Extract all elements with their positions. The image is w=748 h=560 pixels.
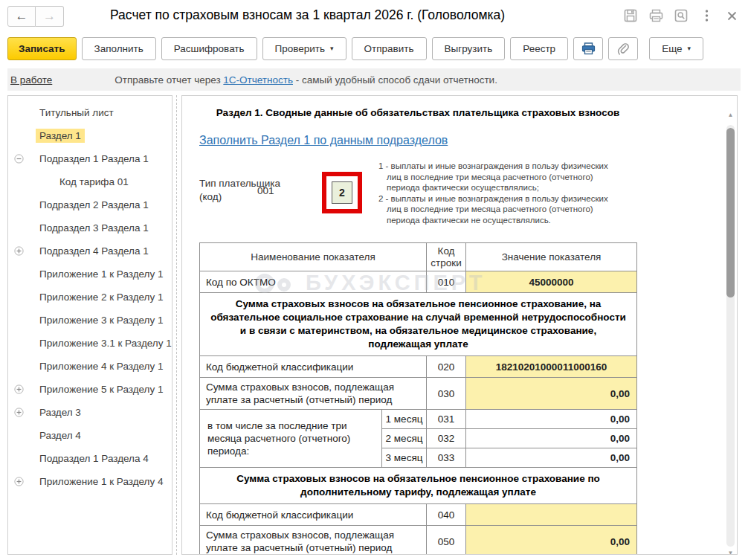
expand-icon[interactable]: [14, 477, 24, 486]
sidebar-item-label: Подраздел 2 Раздела 1: [36, 198, 152, 212]
body: Титульный листРаздел 1Подраздел 1 Раздел…: [0, 95, 748, 556]
chevron-down-icon: ▾: [330, 45, 334, 52]
printer-icon: [581, 42, 596, 55]
sidebar-item-label: Приложение 5 к Разделу 1: [36, 382, 167, 396]
sidebar-item-label: Приложение 3.1 к Разделу 1: [36, 336, 173, 350]
value-field[interactable]: 0,00: [466, 448, 637, 468]
write-button-label: Записать: [19, 43, 65, 54]
print-icon[interactable]: [648, 8, 663, 23]
report-status-link[interactable]: В работе: [10, 74, 52, 86]
sidebar-item-label: Приложение 1 к Разделу 1: [36, 267, 167, 281]
month-label: 3 месяц: [382, 448, 427, 468]
expand-icon[interactable]: [14, 246, 24, 256]
line-code: 031: [427, 410, 466, 429]
send-button[interactable]: Отправить: [352, 37, 427, 60]
indicator-name: Сумма страховых взносов, подлежащая упла…: [200, 526, 427, 556]
expand-icon[interactable]: [14, 384, 24, 394]
table-section-header: Сумма страховых взносов на обязательное …: [200, 468, 637, 504]
value-field[interactable]: [466, 504, 637, 526]
month-label: 1 месяц: [382, 410, 427, 429]
sidebar-item[interactable]: Приложение 3.1 к Разделу 1: [8, 332, 172, 355]
sidebar-item[interactable]: Раздел 4: [8, 424, 172, 447]
line-code: 032: [427, 429, 466, 448]
payer-type-notes: 1 - выплаты и иные вознаграждения в поль…: [378, 161, 615, 225]
collapse-icon[interactable]: [14, 154, 24, 164]
value-field[interactable]: 18210201000011000160: [466, 356, 637, 378]
sidebar-item[interactable]: Код тарифа 01: [8, 170, 172, 193]
value-field[interactable]: 0,00: [466, 378, 637, 410]
expand-icon[interactable]: [14, 408, 24, 417]
check-button[interactable]: Проверить▾: [262, 37, 346, 60]
status-message: Отправьте отчет через 1С-Отчетность - са…: [115, 74, 497, 86]
registry-button[interactable]: Реестр: [510, 37, 568, 60]
sidebar-item[interactable]: Подраздел 3 Раздела 1: [8, 216, 172, 239]
fill-section1-link[interactable]: Заполнить Раздел 1 по данным подразделов: [199, 134, 448, 147]
close-icon[interactable]: [724, 8, 739, 23]
sidebar-item[interactable]: Раздел 3: [8, 401, 172, 424]
column-header-line-code: Код строки: [427, 243, 466, 271]
sidebar-item[interactable]: Подраздел 1 Раздела 1: [8, 147, 172, 170]
sidebar-item[interactable]: Приложение 1 к Разделу 1: [8, 263, 172, 286]
value-field[interactable]: 0,00: [466, 429, 637, 448]
1c-reporting-link[interactable]: 1С-Отчетность: [223, 74, 293, 86]
line-code: 033: [427, 448, 466, 468]
more-button[interactable]: Еще▾: [649, 37, 703, 60]
sidebar-item-label: Раздел 1: [36, 129, 85, 143]
sidebar-item[interactable]: Подраздел 4 Раздела 1: [8, 239, 172, 263]
sidebar-item[interactable]: Приложение 3 к Разделу 1: [8, 309, 172, 332]
sidebar-item-label: Приложение 3 к Разделу 1: [36, 313, 167, 327]
sidebar-item[interactable]: Приложение 4 к Разделу 1: [8, 355, 172, 378]
value-field[interactable]: 0,00: [466, 526, 637, 556]
payer-note-1: 1 - выплаты и иные вознаграждения в поль…: [378, 161, 615, 193]
find-icon[interactable]: [674, 8, 689, 23]
arrow-left-icon: ←: [16, 9, 28, 24]
panel-splitter[interactable]: [176, 95, 177, 555]
scroll-down-icon[interactable]: ▼: [725, 550, 736, 555]
value-field[interactable]: 0,00: [466, 410, 637, 429]
back-button[interactable]: ←: [7, 6, 36, 27]
export-button[interactable]: Выгрузить: [432, 37, 506, 60]
line-code: 040: [427, 504, 466, 526]
sidebar-item[interactable]: Приложение 5 к Разделу 1: [8, 378, 172, 401]
decipher-button[interactable]: Расшифровать: [161, 37, 257, 60]
paperclip-icon: [617, 42, 629, 55]
more-button-label: Еще: [662, 43, 682, 54]
arrow-right-icon: →: [43, 9, 56, 24]
sidebar-item[interactable]: Подраздел 1 Раздела 4: [8, 447, 172, 470]
scrollbar-thumb[interactable]: [726, 128, 735, 297]
payer-type-field[interactable]: 2: [332, 181, 352, 204]
indicator-name: Код бюджетной классификации: [200, 356, 427, 378]
value-field[interactable]: 45000000: [466, 271, 637, 293]
kebab-dots-icon[interactable]: [699, 8, 714, 23]
status-message-prefix: Отправьте отчет через: [115, 74, 223, 86]
send-button-label: Отправить: [364, 43, 414, 54]
sidebar-item[interactable]: Титульный лист: [8, 101, 172, 124]
sidebar-item-label: Раздел 3: [36, 405, 85, 419]
scroll-up-icon[interactable]: ▲: [725, 112, 736, 122]
payer-note-2: 2 - выплаты и иные вознаграждения в поль…: [378, 193, 615, 226]
sidebar-item[interactable]: Раздел 1: [8, 124, 172, 147]
fill-button[interactable]: Заполнить: [82, 37, 156, 60]
status-message-suffix: - самый удобный способ сдачи отчетности.: [293, 74, 497, 86]
line-code: 020: [427, 356, 466, 378]
line-code: 050: [427, 526, 466, 556]
payer-type-line-code: 001: [257, 185, 274, 196]
vertical-scrollbar[interactable]: ▲ ▼: [725, 107, 736, 555]
attach-button[interactable]: [608, 37, 638, 60]
write-button[interactable]: Записать: [7, 37, 77, 60]
sidebar-item[interactable]: Подраздел 2 Раздела 1: [8, 193, 172, 216]
app-window: ← → Расчет по страховым взносам за 1 ква…: [0, 0, 748, 560]
sidebar-item[interactable]: Приложение 1 к Разделу 4: [8, 470, 172, 493]
sections-tree: Титульный листРаздел 1Подраздел 1 Раздел…: [7, 95, 173, 555]
export-button-label: Выгрузить: [445, 43, 493, 54]
sidebar-item-label: Подраздел 3 Раздела 1: [36, 221, 152, 235]
sidebar-item-label: Подраздел 1 Раздела 1: [36, 152, 152, 166]
sidebar-item[interactable]: Приложение 2 к Разделу 1: [8, 286, 172, 309]
save-icon[interactable]: [623, 8, 638, 23]
print-button[interactable]: [573, 37, 603, 60]
section1-table: Наименование показателяКод строкиЗначени…: [199, 242, 637, 555]
forward-button[interactable]: →: [36, 6, 64, 27]
window-title: Расчет по страховым взносам за 1 квартал…: [110, 7, 505, 23]
month-label: 2 месяц: [382, 429, 427, 448]
sidebar-item-label: Приложение 1 к Разделу 4: [36, 474, 167, 489]
